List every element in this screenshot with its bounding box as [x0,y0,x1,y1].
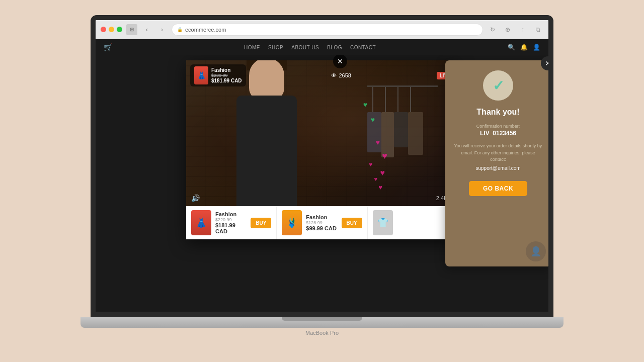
success-checkmark-circle: ✓ [483,70,513,101]
notification-icon[interactable]: 🔔 [520,44,528,51]
heart-4: ♥ [382,151,387,161]
product-name-1: Fashion [215,211,247,217]
lock-icon: 🔒 [177,27,183,32]
viewers-count: 👁 2658 [331,72,351,78]
address-bar[interactable]: 🔒 ecommerce.com [172,24,483,36]
thumb-price: $181.99 CAD [211,78,242,83]
nav-about[interactable]: ABOUT US [291,45,319,50]
nav-forward-button[interactable]: › [156,24,168,35]
panel-bottom-decoration: 👤 [526,241,546,261]
product-price-1: $181.99 CAD [215,222,247,234]
heart-7: ♥ [374,176,377,182]
go-back-button[interactable]: GO BACK [469,181,527,196]
product-thumb-image: 👗 [194,66,208,84]
product-list: 👗 Fashion $220.99 $181.99 CAD BUY 🩱 [186,206,458,239]
eye-icon: 👁 [331,72,337,78]
nav-home[interactable]: HOME [244,45,260,50]
product-details-1: Fashion $220.99 $181.99 CAD [215,211,247,234]
heart-8: ♥ [378,184,382,191]
browser-bookmark-button[interactable]: ⊕ [502,24,513,35]
heart-5: ♥ [369,161,372,168]
product-thumbnail[interactable]: 👗 Fashion $220.99 $181.99 CAD [190,64,246,86]
nav-contact[interactable]: CONTACT [350,45,376,50]
product-price-2: $99.99 CAD [306,225,337,231]
thumb-product-name: Fashion [211,67,242,73]
product-name-2: Fashion [306,214,337,220]
nav-back-button[interactable]: ‹ [141,24,152,35]
browser-refresh-button[interactable]: ↻ [487,24,498,35]
order-message: You will receive your order details shor… [453,143,543,163]
confirmation-label: Confirmation number: [476,124,520,129]
video-bottom-bar: 🔊 2.4K ♥ [191,194,453,202]
browser-tabs-button[interactable]: ⧉ [532,24,543,35]
laptop-screen: ⊞ ‹ › 🔒 ecommerce.com ↻ ⊕ ↑ ⧉ 🛒 HOME SHO… [91,15,553,317]
heart-6: ♥ [380,168,385,177]
minimize-dot[interactable] [109,27,114,32]
browser-share-button[interactable]: ↑ [517,24,528,35]
thumb-info: Fashion $220.99 $181.99 CAD [211,67,242,83]
site-logo[interactable]: 🛒 [104,43,112,51]
laptop-shell: ⊞ ‹ › 🔒 ecommerce.com ↻ ⊕ ↑ ⧉ 🛒 HOME SHO… [80,15,564,347]
panel-close-button[interactable]: ✕ [541,56,548,70]
mute-button[interactable]: 🔊 [191,194,200,202]
nav-blog[interactable]: BLOG [327,45,342,50]
product-item-3: 👕 [368,206,458,239]
support-email[interactable]: support@email.com [475,165,520,171]
close-icon: ✕ [545,59,548,67]
tab-switcher-icon[interactable]: ⊞ [126,24,137,35]
close-dot[interactable] [101,27,106,32]
product-item-1: 👗 Fashion $220.99 $181.99 CAD BUY [186,206,277,239]
site-nav-icons: 🔍 🔔 👤 [508,44,540,51]
viewer-number: 2658 [339,72,351,78]
stream-modal: ✕ [186,60,458,239]
thumb-old-price: $220.99 [211,73,242,78]
browser-toolbar: ⊞ ‹ › 🔒 ecommerce.com ↻ ⊕ ↑ ⧉ [96,20,548,39]
buy-button-1[interactable]: BUY [251,218,271,228]
laptop-base [80,317,564,328]
nav-shop[interactable]: SHOP [268,45,283,50]
product-old-price-1: $220.99 [215,217,247,222]
thank-you-panel: ✕ ✓ Thank you! Confirmation number: LIV_… [445,60,548,266]
laptop-label: MacBook Pro [305,330,339,336]
thank-you-title: Thank you! [476,108,519,117]
search-icon[interactable]: 🔍 [508,44,515,51]
url-text: ecommerce.com [185,27,226,33]
site-nav-links: HOME SHOP ABOUT US BLOG CONTACT [122,45,498,50]
browser: ⊞ ‹ › 🔒 ecommerce.com ↻ ⊕ ↑ ⧉ 🛒 HOME SHO… [96,20,548,312]
user-icon[interactable]: 👤 [533,44,540,51]
heart-3: ♥ [376,138,380,146]
product-item-2: 🩱 Fashion $128.99 $99.99 CAD BUY [277,206,367,239]
buy-button-2[interactable]: BUY [342,218,362,228]
window-controls [101,27,122,32]
confirmation-number: LIV_0123456 [480,130,516,137]
checkmark-icon: ✓ [493,77,504,94]
site-content: ✕ [96,55,548,312]
person-silhouette [216,75,317,206]
video-area: 👗 Fashion $220.99 $181.99 CAD 👁 2658 [186,60,458,206]
heart-2: ♥ [371,116,375,124]
heart-1: ♥ [363,101,367,109]
maximize-dot[interactable] [117,27,122,32]
product-details-2: Fashion $128.99 $99.99 CAD [306,214,337,231]
clothes-rack [357,70,448,206]
site-navigation: 🛒 HOME SHOP ABOUT US BLOG CONTACT 🔍 🔔 👤 [96,39,548,55]
product-image-2: 🩱 [282,210,302,235]
product-image-3: 👕 [373,210,393,235]
laptop-notch [282,317,362,321]
product-old-price-2: $128.99 [306,220,337,225]
video-top-bar: 👗 Fashion $220.99 $181.99 CAD 👁 2658 [190,64,454,86]
product-image-1: 👗 [191,210,211,235]
